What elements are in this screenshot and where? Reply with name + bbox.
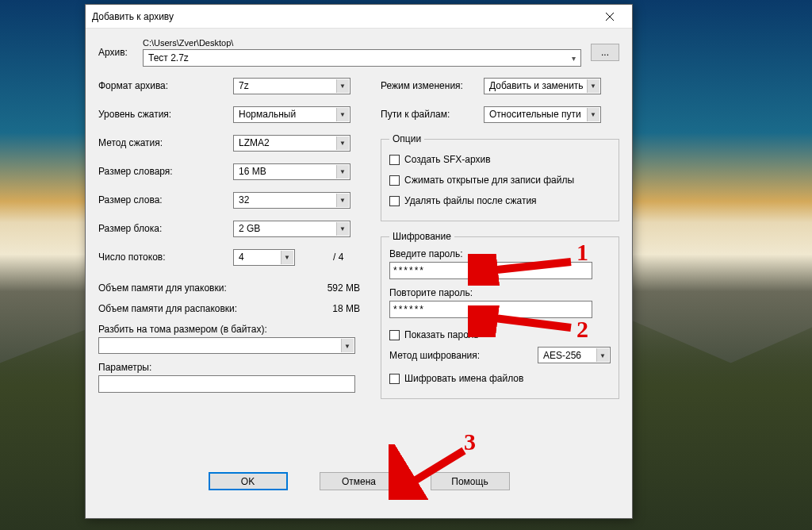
threads-max: / 4 <box>333 252 343 263</box>
encrypt-names-checkbox[interactable] <box>389 374 400 384</box>
ok-button[interactable]: OK <box>209 472 288 490</box>
titlebar: Добавить к архиву <box>86 5 632 29</box>
close-button[interactable] <box>594 6 626 28</box>
threads-combo[interactable]: 4▼ <box>233 249 295 266</box>
help-button[interactable]: Помощь <box>431 472 510 490</box>
level-label: Уровень сжатия: <box>98 109 233 120</box>
paths-combo[interactable]: Относительные пути▼ <box>484 106 601 123</box>
block-combo[interactable]: 2 GB▼ <box>233 221 350 237</box>
add-to-archive-dialog: Добавить к архиву Архив: C:\Users\Zver\D… <box>85 4 633 519</box>
threads-value: 4 <box>239 252 244 263</box>
password1-label: Введите пароль: <box>389 248 611 259</box>
format-combo[interactable]: 7z▼ <box>233 78 350 94</box>
password1-input[interactable] <box>389 262 592 279</box>
enc-method-combo[interactable]: AES-256▼ <box>538 347 611 363</box>
sfx-checkbox[interactable] <box>389 155 400 165</box>
level-combo[interactable]: Нормальный▼ <box>233 106 350 123</box>
shared-label: Сжимать открытые для записи файлы <box>404 175 574 186</box>
update-combo[interactable]: Добавить и заменить▼ <box>484 78 601 94</box>
sfx-label: Создать SFX-архив <box>404 154 491 165</box>
paths-label: Пути к файлам: <box>381 109 484 120</box>
delete-label: Удалять файлы после сжатия <box>404 195 537 206</box>
word-value: 32 <box>239 194 249 205</box>
archive-name-value: Тест 2.7z <box>148 52 189 63</box>
params-input[interactable] <box>98 375 355 393</box>
archive-path: C:\Users\Zver\Desktop\ <box>143 38 581 48</box>
mem-pack-value: 592 MB <box>312 282 360 298</box>
delete-checkbox[interactable] <box>389 196 400 206</box>
dict-label: Размер словаря: <box>98 166 233 177</box>
dialog-title: Добавить к архиву <box>92 11 594 22</box>
params-label: Параметры: <box>98 362 360 373</box>
encryption-group: Шифрование Введите пароль: Повторите пар… <box>381 231 619 399</box>
enc-method-label: Метод шифрования: <box>389 350 538 361</box>
show-password-checkbox[interactable] <box>389 330 400 340</box>
mem-unpack-value: 18 MB <box>312 303 360 319</box>
level-value: Нормальный <box>239 109 296 120</box>
archive-name-combo[interactable]: Тест 2.7z <box>143 49 581 67</box>
password2-input[interactable] <box>389 301 592 318</box>
update-value: Добавить и заменить <box>489 80 584 91</box>
encrypt-names-label: Шифровать имена файлов <box>404 373 523 384</box>
method-value: LZMA2 <box>239 137 270 148</box>
mem-unpack-label: Объем памяти для распаковки: <box>98 303 312 319</box>
encryption-legend: Шифрование <box>389 231 454 242</box>
format-value: 7z <box>239 80 249 91</box>
format-label: Формат архива: <box>98 80 233 91</box>
method-label: Метод сжатия: <box>98 137 233 148</box>
split-label: Разбить на тома размером (в байтах): <box>98 324 360 335</box>
archive-label: Архив: <box>98 47 143 58</box>
paths-value: Относительные пути <box>489 109 581 120</box>
show-password-label: Показать пароль <box>404 329 479 340</box>
options-legend: Опции <box>389 133 424 144</box>
update-label: Режим изменения: <box>381 80 484 91</box>
block-value: 2 GB <box>239 223 260 234</box>
close-icon <box>606 13 614 21</box>
enc-method-value: AES-256 <box>543 350 581 361</box>
dict-value: 16 MB <box>239 166 266 177</box>
method-combo[interactable]: LZMA2▼ <box>233 135 350 152</box>
password2-label: Повторите пароль: <box>389 287 611 298</box>
split-combo[interactable]: ▼ <box>98 337 355 354</box>
dict-combo[interactable]: 16 MB▼ <box>233 163 350 180</box>
options-group: Опции Создать SFX-архив Сжимать открытые… <box>381 133 619 221</box>
block-label: Размер блока: <box>98 223 233 234</box>
word-label: Размер слова: <box>98 194 233 205</box>
shared-checkbox[interactable] <box>389 175 400 186</box>
word-combo[interactable]: 32▼ <box>233 192 350 209</box>
browse-button[interactable]: ... <box>591 44 619 61</box>
mem-pack-label: Объем памяти для упаковки: <box>98 282 312 298</box>
cancel-button[interactable]: Отмена <box>320 472 399 490</box>
threads-label: Число потоков: <box>98 252 233 263</box>
